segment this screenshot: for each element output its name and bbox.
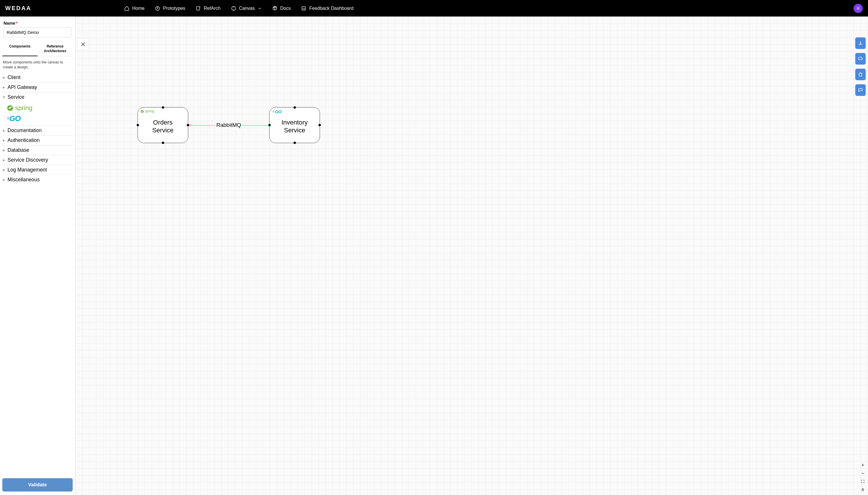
expanded-icon: ▼ — [2, 96, 6, 99]
category-authentication-label: Authentication — [7, 137, 40, 143]
category-apigateway-label: API Gateway — [7, 84, 37, 90]
collapsed-icon: ▶ — [2, 178, 6, 181]
nav-prototypes[interactable]: Prototypes — [155, 6, 185, 11]
category-list: ▶Client ▶API Gateway ▼Service spring =GO… — [2, 73, 73, 476]
main: Name* Components Reference Architectures… — [0, 17, 868, 495]
svg-rect-9 — [859, 73, 862, 76]
category-service-label: Service — [7, 94, 24, 100]
lock-button[interactable] — [859, 486, 866, 493]
name-label: Name* — [2, 19, 73, 27]
port-right[interactable] — [318, 124, 321, 126]
logo-text: WEDAA — [5, 5, 32, 12]
node-tech-badge-spring: spring — [141, 109, 154, 113]
spring-icon — [141, 110, 144, 113]
category-client-label: Client — [7, 74, 21, 81]
canvas-area[interactable]: RabbitMQ spring Orders Service =GO Inven… — [75, 17, 868, 495]
category-logmanagement[interactable]: ▶Log Management — [2, 165, 73, 175]
trash-icon — [858, 72, 863, 77]
close-icon — [80, 41, 86, 47]
category-authentication[interactable]: ▶Authentication — [2, 136, 73, 146]
fit-view-button[interactable] — [859, 478, 866, 484]
component-spring[interactable]: spring — [5, 103, 73, 113]
nav-canvas-label: Canvas — [239, 6, 255, 11]
port-top[interactable] — [162, 106, 164, 108]
zoom-out-button[interactable]: − — [859, 470, 866, 476]
node-inventory-label: Inventory Service — [279, 118, 310, 134]
lock-icon — [861, 488, 865, 492]
close-sidebar-button[interactable] — [77, 38, 89, 50]
sidebar: Name* Components Reference Architectures… — [0, 17, 75, 495]
nav-canvas[interactable]: Canvas — [231, 6, 262, 11]
category-database-label: Database — [7, 147, 29, 153]
feedback-button[interactable] — [855, 84, 866, 96]
port-bottom[interactable] — [294, 142, 296, 144]
download-icon — [858, 40, 863, 46]
spring-logo: spring — [7, 104, 71, 112]
collapsed-icon: ▶ — [2, 158, 6, 161]
category-service[interactable]: ▼Service — [2, 92, 73, 102]
download-button[interactable] — [855, 37, 866, 49]
zoom-in-button[interactable]: + — [859, 462, 866, 468]
clear-button[interactable] — [855, 69, 866, 80]
collapsed-icon: ▶ — [2, 129, 6, 132]
component-go[interactable]: =GO — [5, 113, 73, 124]
home-icon — [124, 6, 129, 11]
name-input[interactable] — [3, 27, 72, 37]
canvas-icon — [231, 6, 236, 11]
nav-docs-label: Docs — [280, 6, 291, 11]
svg-point-1 — [157, 7, 158, 8]
required-asterisk: * — [16, 20, 18, 25]
app-header: WEDAA Home Prototypes RefArch Canvas Doc… — [0, 0, 868, 17]
node-orders-label: Orders Service — [150, 118, 176, 134]
go-logo: =GO — [7, 114, 71, 123]
side-actions — [855, 37, 866, 96]
svg-rect-10 — [862, 489, 864, 491]
tab-reference-architectures[interactable]: Reference Architectures — [38, 41, 73, 56]
nav-home-label: Home — [132, 6, 145, 11]
edge-label[interactable]: RabbitMQ — [215, 122, 242, 128]
collapsed-icon: ▶ — [2, 86, 6, 89]
avatar[interactable]: R — [853, 4, 863, 13]
avatar-initial: R — [857, 6, 860, 11]
sidebar-tabs: Components Reference Architectures — [2, 41, 73, 56]
service-children: spring =GO — [2, 102, 73, 126]
category-logmanagement-label: Log Management — [7, 167, 47, 173]
chevron-down-icon — [258, 6, 262, 11]
port-left[interactable] — [268, 124, 271, 126]
nav-prototypes-label: Prototypes — [163, 6, 185, 11]
save-button[interactable] — [855, 53, 866, 65]
main-nav: Home Prototypes RefArch Canvas Docs Feed… — [124, 6, 354, 11]
node-tech-badge-go: =GO — [272, 109, 281, 114]
category-apigateway[interactable]: ▶API Gateway — [2, 83, 73, 92]
category-database[interactable]: ▶Database — [2, 146, 73, 155]
category-servicediscovery-label: Service Discovery — [7, 157, 48, 163]
port-top[interactable] — [294, 106, 296, 108]
port-left[interactable] — [137, 124, 139, 126]
chat-icon — [858, 87, 863, 93]
nav-feedback[interactable]: Feedback Dashboard — [301, 6, 354, 11]
node-orders-service[interactable]: spring Orders Service — [138, 107, 188, 143]
sidebar-hint: Move components onto the canvas to creat… — [2, 56, 73, 73]
category-client[interactable]: ▶Client — [2, 73, 73, 83]
nav-docs[interactable]: Docs — [272, 6, 291, 11]
collapsed-icon: ▶ — [2, 168, 6, 171]
validate-button[interactable]: Validate — [2, 478, 73, 492]
refarch-icon — [196, 6, 201, 11]
nav-feedback-label: Feedback Dashboard — [309, 6, 354, 11]
node-inventory-service[interactable]: =GO Inventory Service — [269, 107, 320, 143]
category-miscellaneous[interactable]: ▶Miscellaneous — [2, 175, 73, 185]
tab-components[interactable]: Components — [2, 41, 38, 56]
category-documentation[interactable]: ▶Documentation — [2, 126, 73, 136]
category-servicediscovery[interactable]: ▶Service Discovery — [2, 155, 73, 165]
nav-refarch[interactable]: RefArch — [196, 6, 220, 11]
zoom-controls: + − — [859, 462, 866, 493]
port-bottom[interactable] — [162, 142, 164, 144]
nav-home[interactable]: Home — [124, 6, 145, 11]
svg-rect-2 — [197, 7, 200, 10]
port-right[interactable] — [187, 124, 189, 126]
category-miscellaneous-label: Miscellaneous — [7, 177, 40, 183]
fit-icon — [861, 479, 865, 483]
cloud-save-icon — [858, 56, 863, 62]
dashboard-icon — [301, 6, 306, 11]
collapsed-icon: ▶ — [2, 149, 6, 152]
